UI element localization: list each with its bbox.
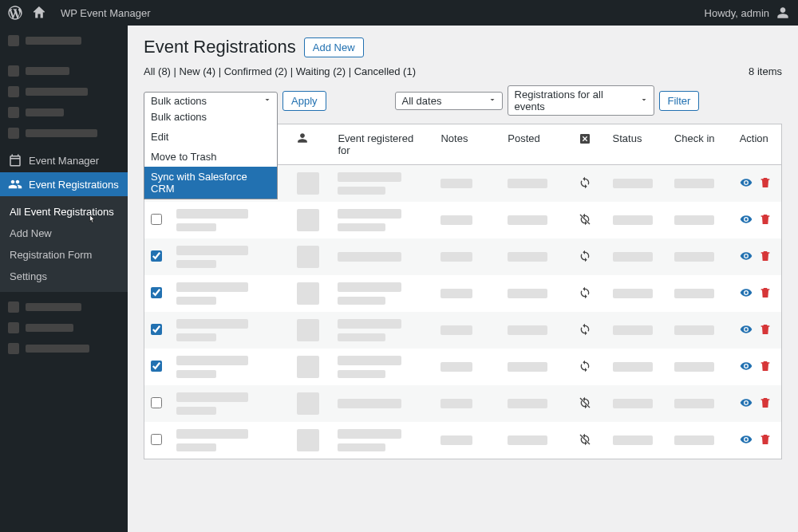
sync-off-icon[interactable]: [579, 213, 591, 226]
content-area: Event Registrations Add New All (8) | Ne…: [128, 26, 798, 532]
close-square-icon: [579, 136, 591, 148]
sidebar-item-placeholder[interactable]: [0, 102, 128, 123]
home-icon[interactable]: [32, 6, 46, 20]
view-icon[interactable]: [740, 250, 753, 265]
sync-off-icon[interactable]: [579, 396, 591, 409]
submenu-registration-form[interactable]: Registration Form: [0, 244, 128, 266]
items-count: 8 items: [749, 65, 782, 77]
table-row: [144, 238, 782, 275]
avatar-placeholder: [297, 209, 319, 231]
view-icon[interactable]: [740, 360, 753, 375]
page-title: Event Registrations: [144, 37, 296, 57]
row-checkbox[interactable]: [151, 397, 162, 408]
row-checkbox[interactable]: [151, 214, 162, 225]
events-filter-select[interactable]: Registrations for all events: [508, 85, 654, 116]
chevron-down-icon: [488, 95, 497, 107]
apply-button[interactable]: Apply: [282, 91, 326, 111]
avatar-placeholder: [297, 172, 319, 195]
table-row: [144, 422, 782, 459]
delete-icon[interactable]: [759, 433, 772, 448]
col-header-status[interactable]: Status: [606, 124, 668, 165]
sidebar-item-placeholder[interactable]: [0, 297, 128, 317]
table-row: [144, 202, 782, 238]
bulk-actions-dropdown: Bulk actions Edit Move to Trash Sync wit…: [144, 107, 278, 199]
row-checkbox[interactable]: [151, 434, 162, 445]
delete-icon[interactable]: [759, 250, 772, 265]
sidebar-item-placeholder[interactable]: [0, 61, 128, 81]
sidebar-item-placeholder[interactable]: [0, 81, 128, 102]
chevron-down-icon: [639, 95, 649, 107]
add-new-button[interactable]: Add New: [304, 37, 364, 57]
user-icon: [297, 134, 308, 146]
avatar-placeholder: [297, 356, 319, 378]
sidebar-submenu: All Event Registrations Add New Registra…: [0, 196, 128, 292]
sync-icon[interactable]: [579, 286, 591, 299]
sidebar-item-event-manager[interactable]: Event Manager: [0, 148, 128, 172]
site-title[interactable]: WP Event Manager: [61, 7, 150, 19]
chevron-down-icon: [263, 95, 272, 107]
avatar-placeholder: [297, 246, 319, 268]
sync-icon[interactable]: [579, 176, 591, 189]
sidebar-item-placeholder[interactable]: [0, 338, 128, 359]
view-icon[interactable]: [740, 176, 753, 191]
col-header-checkin: Check in: [668, 124, 733, 165]
wordpress-icon[interactable]: [8, 6, 22, 20]
col-header-event[interactable]: Event registered for: [331, 124, 434, 165]
submenu-add-new[interactable]: Add New: [0, 223, 128, 244]
sidebar-item-placeholder[interactable]: [0, 123, 128, 144]
col-header-posted[interactable]: Posted: [501, 124, 571, 165]
sidebar-label: Event Registrations: [29, 179, 119, 191]
howdy-text[interactable]: Howdy, admin: [705, 7, 769, 19]
submenu-all-registrations[interactable]: All Event Registrations: [0, 201, 128, 223]
col-header-user: [290, 124, 332, 165]
active-arrow: [128, 178, 134, 191]
dates-filter-select[interactable]: All dates: [395, 92, 503, 110]
sync-off-icon[interactable]: [579, 433, 591, 446]
col-header-sync: [572, 124, 606, 165]
col-header-notes: Notes: [434, 124, 501, 165]
status-filter-links[interactable]: All (8) | New (4) | Confirmed (2) | Wait…: [144, 65, 416, 77]
calendar-icon: [8, 153, 22, 167]
table-row: [144, 385, 782, 422]
col-header-action: Action: [733, 124, 782, 165]
row-checkbox[interactable]: [151, 361, 162, 372]
sync-icon[interactable]: [579, 250, 591, 262]
avatar-placeholder: [297, 429, 319, 451]
submenu-settings[interactable]: Settings: [0, 266, 128, 287]
view-icon[interactable]: [740, 286, 753, 301]
table-row: [144, 349, 782, 385]
sidebar-item-event-registrations[interactable]: Event Registrations: [0, 172, 128, 196]
delete-icon[interactable]: [759, 323, 772, 338]
sidebar-item-placeholder[interactable]: [0, 30, 128, 51]
table-row: [144, 275, 782, 312]
avatar-placeholder: [297, 392, 319, 415]
sync-icon[interactable]: [579, 323, 591, 336]
dropdown-item-trash[interactable]: Move to Trash: [144, 147, 277, 167]
view-icon[interactable]: [740, 433, 753, 448]
delete-icon[interactable]: [759, 213, 772, 228]
sync-icon[interactable]: [579, 360, 591, 372]
sidebar-label: Event Manager: [29, 155, 99, 167]
table-row: [144, 312, 782, 349]
filter-button[interactable]: Filter: [659, 91, 700, 111]
row-checkbox[interactable]: [151, 324, 162, 335]
avatar-placeholder: [297, 282, 319, 305]
delete-icon[interactable]: [759, 360, 772, 375]
view-icon[interactable]: [740, 396, 753, 412]
group-icon: [8, 177, 22, 191]
view-icon[interactable]: [740, 213, 753, 228]
view-icon[interactable]: [740, 323, 753, 338]
dropdown-item-sync[interactable]: Sync with Salesforce CRM: [144, 167, 277, 199]
row-checkbox[interactable]: [151, 287, 162, 298]
user-avatar-icon[interactable]: [776, 6, 790, 20]
dropdown-item-bulk[interactable]: Bulk actions: [144, 107, 277, 127]
avatar-placeholder: [297, 319, 319, 341]
admin-bar: WP Event Manager Howdy, admin: [0, 0, 798, 26]
row-checkbox[interactable]: [151, 250, 162, 262]
dropdown-item-edit[interactable]: Edit: [144, 127, 277, 147]
sidebar-item-placeholder[interactable]: [0, 317, 128, 338]
admin-sidebar: Event Manager Event Registrations All Ev…: [0, 26, 128, 532]
delete-icon[interactable]: [759, 176, 772, 191]
delete-icon[interactable]: [759, 396, 772, 412]
delete-icon[interactable]: [759, 286, 772, 301]
